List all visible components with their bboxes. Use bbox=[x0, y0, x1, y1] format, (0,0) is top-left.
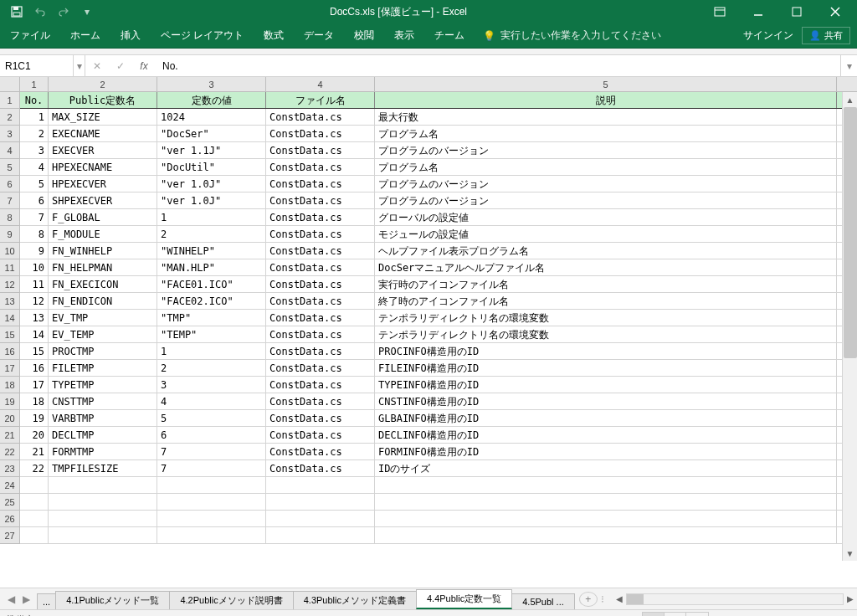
tell-me-search[interactable]: 💡 実行したい作業を入力してください bbox=[475, 28, 670, 43]
col-header[interactable]: 1 bbox=[20, 77, 49, 91]
row-header[interactable]: 21 bbox=[0, 427, 19, 444]
row-header[interactable]: 20 bbox=[0, 410, 19, 427]
cell[interactable]: ConstData.cs bbox=[266, 427, 375, 443]
row-header[interactable]: 25 bbox=[0, 494, 19, 511]
cell[interactable] bbox=[157, 511, 266, 526]
cell[interactable]: EV_TEMP bbox=[49, 326, 157, 342]
cell[interactable]: "DocUtil" bbox=[157, 159, 266, 175]
cell[interactable] bbox=[375, 511, 837, 526]
cell[interactable]: "ver 1.0J" bbox=[157, 176, 266, 192]
cell[interactable]: プログラムのバージョン bbox=[375, 192, 837, 208]
cell[interactable] bbox=[266, 494, 375, 510]
cell[interactable]: "ver 1.0J" bbox=[157, 192, 266, 208]
horizontal-scrollbar[interactable]: ◀ ▶ bbox=[613, 593, 857, 606]
cell[interactable] bbox=[266, 527, 375, 543]
minimize-button[interactable] bbox=[742, 2, 775, 22]
cell[interactable]: "DocSer" bbox=[157, 126, 266, 141]
row-header[interactable]: 9 bbox=[0, 226, 19, 243]
cell[interactable]: FILEINFO構造用のID bbox=[375, 360, 837, 376]
cell[interactable]: ConstData.cs bbox=[266, 126, 375, 141]
cell[interactable]: DECLTMP bbox=[49, 427, 157, 443]
vertical-scrollbar[interactable]: ▲ ▼ bbox=[842, 92, 857, 561]
ribbon-tab[interactable]: ファイル bbox=[0, 23, 60, 49]
cell[interactable]: 3 bbox=[157, 377, 266, 393]
cell[interactable]: FILETMP bbox=[49, 360, 157, 376]
cell[interactable]: TYPEINFO構造用のID bbox=[375, 377, 837, 393]
cell[interactable]: "FACE02.ICO" bbox=[157, 293, 266, 309]
cell[interactable]: 4 bbox=[20, 159, 49, 175]
ribbon-tab[interactable]: 表示 bbox=[384, 23, 424, 49]
cell[interactable]: 8 bbox=[20, 226, 49, 242]
page-break-view-icon[interactable] bbox=[686, 613, 708, 617]
tab-navigation[interactable]: ◀ ▶ bbox=[0, 593, 37, 605]
sheet-tab[interactable]: 4.1Publicメソッド一覧 bbox=[55, 591, 170, 609]
row-header[interactable]: 3 bbox=[0, 126, 19, 142]
cell[interactable]: ConstData.cs bbox=[266, 310, 375, 326]
cell[interactable]: MAX_SIZE bbox=[49, 109, 157, 125]
cell[interactable]: IDのサイズ bbox=[375, 460, 837, 476]
ribbon-tab[interactable]: データ bbox=[294, 23, 344, 49]
cell[interactable]: 2 bbox=[20, 126, 49, 141]
row-header[interactable]: 14 bbox=[0, 310, 19, 326]
cell[interactable]: DECLINFO構造用のID bbox=[375, 427, 837, 443]
cell[interactable]: FN_WINHELP bbox=[49, 243, 157, 259]
cell[interactable]: 5 bbox=[20, 176, 49, 192]
cell[interactable]: 12 bbox=[20, 293, 49, 309]
cell[interactable]: 19 bbox=[20, 410, 49, 426]
cell[interactable]: FN_HELPMAN bbox=[49, 259, 157, 275]
cell[interactable]: TMPFILESIZE bbox=[49, 460, 157, 476]
cell[interactable] bbox=[20, 511, 49, 526]
cell[interactable]: ConstData.cs bbox=[266, 377, 375, 393]
cell[interactable] bbox=[375, 494, 837, 510]
row-header[interactable]: 5 bbox=[0, 159, 19, 176]
cell[interactable]: 6 bbox=[157, 427, 266, 443]
cell[interactable]: プログラムのバージョン bbox=[375, 142, 837, 158]
ribbon-tab[interactable]: 数式 bbox=[254, 23, 294, 49]
header-cell[interactable]: No. bbox=[20, 92, 49, 108]
cell[interactable]: 7 bbox=[20, 209, 49, 225]
cell[interactable]: 9 bbox=[20, 243, 49, 259]
formula-expand-icon[interactable]: ▾ bbox=[840, 55, 857, 76]
page-layout-view-icon[interactable] bbox=[665, 613, 686, 617]
header-cell[interactable]: 説明 bbox=[375, 92, 837, 108]
cell[interactable]: モジュールの設定値 bbox=[375, 226, 837, 242]
sheet-tab[interactable]: 4.3Publicメソッド定義書 bbox=[293, 591, 417, 609]
cell[interactable] bbox=[49, 477, 157, 493]
cell[interactable]: グローバルの設定値 bbox=[375, 209, 837, 225]
cell[interactable]: 終了時のアイコンファイル名 bbox=[375, 293, 837, 309]
cell[interactable]: ヘルプファイル表示プログラム名 bbox=[375, 243, 837, 259]
normal-view-icon[interactable] bbox=[643, 613, 665, 617]
ribbon-display-icon[interactable] bbox=[703, 2, 736, 22]
cell[interactable] bbox=[157, 527, 266, 543]
cell[interactable]: CNSTTMP bbox=[49, 393, 157, 409]
cell[interactable]: 16 bbox=[20, 360, 49, 376]
cell[interactable]: 2 bbox=[157, 226, 266, 242]
row-header[interactable]: 13 bbox=[0, 293, 19, 310]
cell[interactable]: SHPEXECVER bbox=[49, 192, 157, 208]
close-button[interactable] bbox=[819, 2, 852, 22]
row-header[interactable]: 19 bbox=[0, 393, 19, 410]
cell[interactable]: FORMTMP bbox=[49, 444, 157, 459]
cell[interactable]: 22 bbox=[20, 460, 49, 476]
cell[interactable]: ConstData.cs bbox=[266, 393, 375, 409]
col-header[interactable]: 4 bbox=[266, 77, 375, 91]
row-header[interactable]: 10 bbox=[0, 243, 19, 259]
tab-nav-prev-icon[interactable]: ◀ bbox=[5, 593, 17, 605]
row-header[interactable]: 6 bbox=[0, 176, 19, 192]
header-cell[interactable]: Public定数名 bbox=[49, 92, 157, 108]
tab-nav-next-icon[interactable]: ▶ bbox=[20, 593, 32, 605]
row-header[interactable]: 15 bbox=[0, 326, 19, 343]
cell[interactable]: ConstData.cs bbox=[266, 259, 375, 275]
maximize-button[interactable] bbox=[780, 2, 813, 22]
row-header[interactable]: 18 bbox=[0, 377, 19, 393]
cell[interactable]: 13 bbox=[20, 310, 49, 326]
cell[interactable]: プログラムのバージョン bbox=[375, 176, 837, 192]
cell[interactable] bbox=[266, 477, 375, 493]
cell[interactable] bbox=[266, 511, 375, 526]
cancel-icon[interactable]: ✕ bbox=[85, 55, 109, 76]
ribbon-tab[interactable]: ページ レイアウト bbox=[151, 23, 254, 49]
scroll-up-icon[interactable]: ▲ bbox=[843, 92, 857, 107]
cell[interactable]: 18 bbox=[20, 393, 49, 409]
ribbon-tab[interactable]: 挿入 bbox=[110, 23, 151, 49]
qat-customize-icon[interactable]: ▾ bbox=[80, 5, 94, 18]
